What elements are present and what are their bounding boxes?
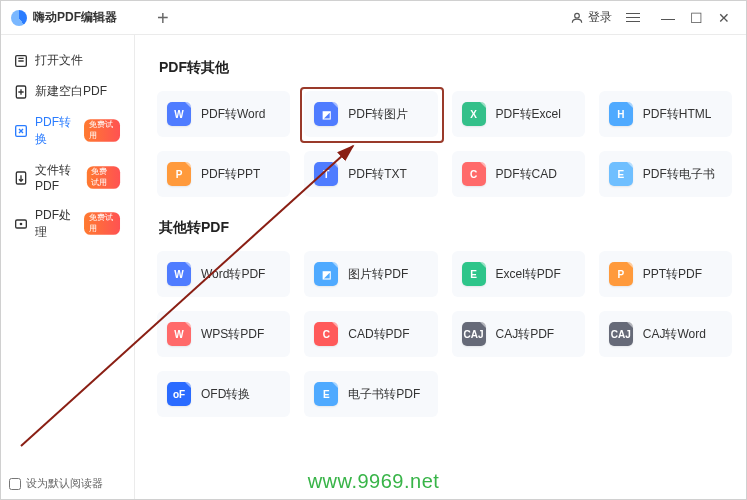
tile-pdf-to-cad-label: PDF转CAD xyxy=(496,166,557,183)
tile-ppt-to-pdf[interactable]: PPPT转PDF xyxy=(599,251,732,297)
tile-ebook-to-pdf-icon: E xyxy=(314,382,338,406)
tile-pdf-to-cad[interactable]: CPDF转CAD xyxy=(452,151,585,197)
new-blank-icon xyxy=(13,84,29,100)
tile-ofd-convert-label: OFD转换 xyxy=(201,386,250,403)
tile-ebook-to-pdf[interactable]: E电子书转PDF xyxy=(304,371,437,417)
tile-pdf-to-txt[interactable]: TPDF转TXT xyxy=(304,151,437,197)
to-pdf-icon xyxy=(13,170,29,186)
tile-image-to-pdf-icon: ◩ xyxy=(314,262,338,286)
sidebar-item-3[interactable]: 文件转PDF免费试用 xyxy=(7,155,128,200)
tile-excel-to-pdf[interactable]: EExcel转PDF xyxy=(452,251,585,297)
tile-caj-to-word-label: CAJ转Word xyxy=(643,326,706,343)
tile-caj-to-pdf-icon: CAJ xyxy=(462,322,486,346)
tile-pdf-to-excel-label: PDF转Excel xyxy=(496,106,561,123)
tile-pdf-to-word-label: PDF转Word xyxy=(201,106,265,123)
tile-pdf-to-html-icon: H xyxy=(609,102,633,126)
tile-wps-to-pdf-label: WPS转PDF xyxy=(201,326,264,343)
tile-pdf-to-txt-icon: T xyxy=(314,162,338,186)
new-tab-button[interactable]: + xyxy=(157,8,169,28)
close-button[interactable]: ✕ xyxy=(710,4,738,32)
tile-word-to-pdf-icon: W xyxy=(167,262,191,286)
tile-word-to-pdf[interactable]: WWord转PDF xyxy=(157,251,290,297)
svg-point-6 xyxy=(20,223,23,226)
tile-ppt-to-pdf-icon: P xyxy=(609,262,633,286)
tile-word-to-pdf-label: Word转PDF xyxy=(201,266,265,283)
tile-ebook-to-pdf-label: 电子书转PDF xyxy=(348,386,420,403)
trial-badge: 免费试用 xyxy=(84,120,120,143)
tile-caj-to-pdf-label: CAJ转PDF xyxy=(496,326,555,343)
tile-cad-to-pdf-icon: C xyxy=(314,322,338,346)
tile-caj-to-word-icon: CAJ xyxy=(609,322,633,346)
tile-pdf-to-html[interactable]: HPDF转HTML xyxy=(599,91,732,137)
tile-grid-0: WPDF转Word◩PDF转图片XPDF转ExcelHPDF转HTMLPPDF转… xyxy=(157,91,732,197)
pdf-process-icon xyxy=(13,216,29,232)
sidebar-item-0[interactable]: 打开文件 xyxy=(7,45,128,76)
section-title-0: PDF转其他 xyxy=(159,59,732,77)
content-area: PDF转其他WPDF转Word◩PDF转图片XPDF转ExcelHPDF转HTM… xyxy=(135,35,746,499)
sidebar-item-4[interactable]: PDF处理免费试用 xyxy=(7,200,128,248)
tile-ofd-convert[interactable]: oFOFD转换 xyxy=(157,371,290,417)
trial-badge: 免费试用 xyxy=(87,166,120,189)
tile-pdf-to-ebook-icon: E xyxy=(609,162,633,186)
tile-excel-to-pdf-icon: E xyxy=(462,262,486,286)
sidebar-item-label: 新建空白PDF xyxy=(35,83,107,100)
default-reader-input[interactable] xyxy=(9,478,21,490)
default-reader-label: 设为默认阅读器 xyxy=(26,476,103,491)
app-title: 嗨动PDF编辑器 xyxy=(33,9,117,26)
tile-pdf-to-image-icon: ◩ xyxy=(314,102,338,126)
tile-pdf-to-ebook[interactable]: EPDF转电子书 xyxy=(599,151,732,197)
tile-cad-to-pdf[interactable]: CCAD转PDF xyxy=(304,311,437,357)
tile-excel-to-pdf-label: Excel转PDF xyxy=(496,266,561,283)
tile-grid-1: WWord转PDF◩图片转PDFEExcel转PDFPPPT转PDFWWPS转P… xyxy=(157,251,732,417)
tile-wps-to-pdf[interactable]: WWPS转PDF xyxy=(157,311,290,357)
tile-pdf-to-cad-icon: C xyxy=(462,162,486,186)
tile-caj-to-pdf[interactable]: CAJCAJ转PDF xyxy=(452,311,585,357)
tile-pdf-to-ppt[interactable]: PPDF转PPT xyxy=(157,151,290,197)
tile-cad-to-pdf-label: CAD转PDF xyxy=(348,326,409,343)
sidebar-item-label: PDF处理 xyxy=(35,207,76,241)
login-button[interactable]: 登录 xyxy=(570,9,612,26)
default-reader-checkbox[interactable]: 设为默认阅读器 xyxy=(7,472,128,491)
trial-badge: 免费试用 xyxy=(84,213,120,236)
svg-point-0 xyxy=(575,13,580,18)
maximize-button[interactable]: ☐ xyxy=(682,4,710,32)
user-icon xyxy=(570,11,584,25)
section-title-1: 其他转PDF xyxy=(159,219,732,237)
open-file-icon xyxy=(13,53,29,69)
sidebar-item-label: 文件转PDF xyxy=(35,162,79,193)
tile-pdf-to-html-label: PDF转HTML xyxy=(643,106,712,123)
tile-ppt-to-pdf-label: PPT转PDF xyxy=(643,266,702,283)
tile-pdf-to-word-icon: W xyxy=(167,102,191,126)
app-body: 打开文件新建空白PDFPDF转换免费试用文件转PDF免费试用PDF处理免费试用 … xyxy=(1,35,746,499)
pdf-convert-icon xyxy=(13,123,29,139)
sidebar-item-1[interactable]: 新建空白PDF xyxy=(7,76,128,107)
tile-pdf-to-excel[interactable]: XPDF转Excel xyxy=(452,91,585,137)
menu-button[interactable] xyxy=(626,13,640,23)
tile-pdf-to-ppt-label: PDF转PPT xyxy=(201,166,260,183)
tile-pdf-to-txt-label: PDF转TXT xyxy=(348,166,407,183)
tile-pdf-to-excel-icon: X xyxy=(462,102,486,126)
tile-ofd-convert-icon: oF xyxy=(167,382,191,406)
tile-wps-to-pdf-icon: W xyxy=(167,322,191,346)
tile-pdf-to-word[interactable]: WPDF转Word xyxy=(157,91,290,137)
tile-pdf-to-ebook-label: PDF转电子书 xyxy=(643,166,715,183)
sidebar: 打开文件新建空白PDFPDF转换免费试用文件转PDF免费试用PDF处理免费试用 … xyxy=(1,35,135,499)
tile-pdf-to-ppt-icon: P xyxy=(167,162,191,186)
tile-pdf-to-image-label: PDF转图片 xyxy=(348,106,408,123)
sidebar-item-label: PDF转换 xyxy=(35,114,76,148)
titlebar: 嗨动PDF编辑器 + 登录 — ☐ ✕ xyxy=(1,1,746,35)
login-label: 登录 xyxy=(588,9,612,26)
sidebar-item-label: 打开文件 xyxy=(35,52,83,69)
minimize-button[interactable]: — xyxy=(654,4,682,32)
tile-pdf-to-image[interactable]: ◩PDF转图片 xyxy=(304,91,437,137)
tile-image-to-pdf-label: 图片转PDF xyxy=(348,266,408,283)
tile-caj-to-word[interactable]: CAJCAJ转Word xyxy=(599,311,732,357)
app-logo-icon xyxy=(11,10,27,26)
tile-image-to-pdf[interactable]: ◩图片转PDF xyxy=(304,251,437,297)
sidebar-item-2[interactable]: PDF转换免费试用 xyxy=(7,107,128,155)
app-window: 嗨动PDF编辑器 + 登录 — ☐ ✕ 打开文件新建空白PDFPDF转换免费试用… xyxy=(0,0,747,500)
